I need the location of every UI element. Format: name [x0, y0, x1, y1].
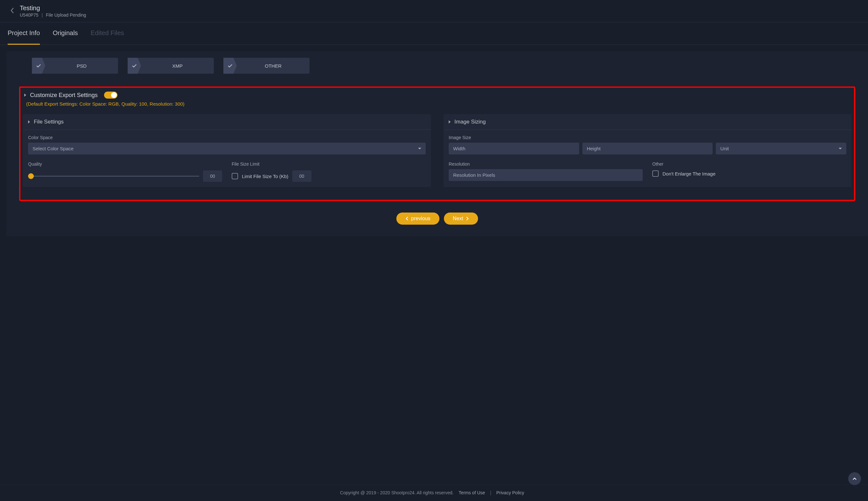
width-input[interactable]: Width — [449, 143, 579, 154]
file-settings-panel: File Settings Color Space Select Color S… — [23, 114, 431, 187]
format-xmp[interactable]: XMP — [128, 58, 214, 74]
dont-enlarge-label: Don't Enlarge The Image — [663, 171, 716, 177]
divider: | — [490, 490, 491, 495]
file-size-limit-input[interactable] — [292, 170, 311, 182]
select-placeholder: Select Color Space — [33, 146, 73, 151]
wizard-nav: previous Next — [32, 201, 843, 236]
image-sizing-panel: Image Sizing Image Size Width Height Uni… — [443, 114, 851, 187]
caret-right-icon — [449, 120, 451, 124]
default-settings-note: (Default Export Settings: Color Space: R… — [23, 101, 851, 107]
check-icon — [128, 58, 141, 74]
scroll-to-top-button[interactable] — [848, 472, 861, 485]
previous-button[interactable]: previous — [396, 213, 439, 225]
unit-select[interactable]: Unit — [716, 143, 846, 154]
height-input[interactable]: Height — [582, 143, 713, 154]
copyright-text: Copyright @ 2019 - 2020 Shootpro24. All … — [340, 490, 454, 495]
check-icon — [32, 58, 45, 74]
resolution-label: Resolution — [449, 161, 643, 167]
placeholder: Width — [453, 146, 465, 151]
highlighted-export-settings: Customize Export Settings (Default Expor… — [19, 86, 855, 201]
file-settings-title: File Settings — [34, 119, 64, 125]
chevron-right-icon — [466, 216, 469, 221]
tab-originals[interactable]: Originals — [53, 22, 78, 45]
export-settings-header: Customize Export Settings — [23, 92, 851, 99]
page-subtitle: U540P75 | File Upload Pending — [20, 12, 86, 18]
dont-enlarge-checkbox[interactable] — [652, 170, 659, 177]
limit-file-size-label: Limit File Size To (Kb) — [242, 173, 289, 179]
project-status: File Upload Pending — [46, 12, 86, 18]
page-title: Testing — [20, 4, 86, 12]
terms-link[interactable]: Terms of Use — [459, 490, 485, 495]
format-label: OTHER — [237, 63, 310, 68]
page-header: Testing U540P75 | File Upload Pending — [0, 0, 868, 22]
image-sizing-title: Image Sizing — [454, 119, 486, 125]
page-footer: Copyright @ 2019 - 2020 Shootpro24. All … — [0, 484, 868, 501]
color-space-label: Color Space — [28, 135, 426, 140]
caret-right-icon — [24, 94, 26, 97]
next-button[interactable]: Next — [444, 213, 478, 225]
placeholder: Height — [587, 146, 601, 151]
project-code: U540P75 — [20, 12, 38, 18]
quality-slider[interactable] — [28, 176, 199, 177]
format-label: XMP — [141, 63, 214, 68]
export-settings-toggle[interactable] — [104, 92, 117, 99]
placeholder: Resolution In Pixels — [453, 172, 495, 178]
tab-edited-files: Edited Files — [90, 22, 124, 45]
format-other[interactable]: OTHER — [223, 58, 310, 74]
chevron-down-icon — [839, 148, 842, 149]
back-button[interactable] — [8, 7, 20, 15]
tab-project-info[interactable]: Project Info — [8, 22, 40, 45]
format-psd[interactable]: PSD — [32, 58, 118, 74]
format-options: PSD XMP OTHER — [32, 58, 843, 86]
image-size-label: Image Size — [449, 135, 846, 140]
quality-input[interactable] — [203, 170, 222, 182]
caret-right-icon — [28, 120, 30, 124]
tab-bar: Project Info Originals Edited Files — [0, 22, 868, 45]
placeholder: Unit — [720, 146, 729, 151]
slider-thumb[interactable] — [28, 173, 34, 179]
check-icon — [223, 58, 237, 74]
privacy-link[interactable]: Privacy Policy — [496, 490, 524, 495]
limit-file-size-checkbox[interactable] — [232, 173, 238, 179]
chevron-left-icon — [405, 216, 408, 221]
export-settings-title: Customize Export Settings — [30, 92, 98, 99]
previous-label: previous — [411, 216, 430, 222]
next-label: Next — [453, 216, 463, 222]
format-label: PSD — [45, 63, 118, 68]
quality-label: Quality — [28, 161, 222, 167]
divider: | — [42, 12, 43, 18]
chevron-up-icon — [853, 477, 857, 480]
chevron-down-icon — [418, 148, 421, 149]
color-space-select[interactable]: Select Color Space — [28, 143, 426, 154]
other-label: Other — [652, 161, 846, 167]
file-size-limit-label: File Size Limit — [232, 161, 426, 167]
resolution-input[interactable]: Resolution In Pixels — [449, 169, 643, 181]
toggle-knob — [111, 92, 117, 98]
